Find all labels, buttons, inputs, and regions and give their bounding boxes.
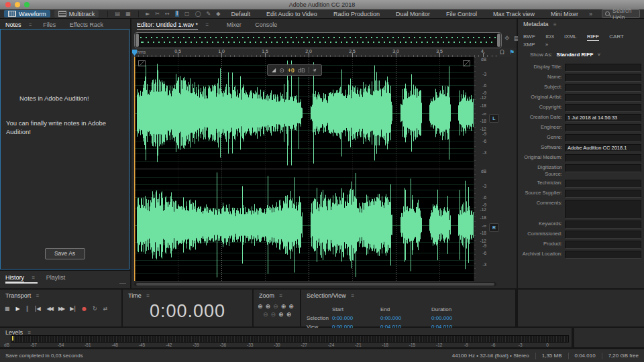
panel-menu-icon[interactable]: ≡ (351, 293, 354, 299)
field-input-commissioned[interactable] (565, 231, 641, 239)
right-channel-badge[interactable]: R (489, 223, 499, 232)
marquee-selection-tool-icon[interactable]: ▢ (184, 11, 190, 17)
tab-riff[interactable]: RIFF (587, 34, 599, 41)
panel-menu-icon[interactable]: ≡ (146, 293, 150, 299)
zoom-out-horizontal-button[interactable]: ⊖ (263, 311, 268, 318)
zoom-in-left-edge-button[interactable]: ⊕ (281, 303, 286, 310)
field-input-keywords[interactable] (565, 221, 641, 229)
workspace-radio-production[interactable]: Radio Production (333, 11, 380, 17)
zoom-out-button[interactable]: ⊖ (273, 303, 278, 310)
tab-bwf[interactable]: BWF (523, 34, 535, 40)
zoom-in-right-edge-button[interactable]: ⊕ (288, 303, 294, 310)
razor-tool-icon[interactable]: ✂ (155, 11, 160, 17)
selection-start-value[interactable]: 0:00.000 (332, 315, 353, 321)
rewind-button[interactable]: ◀◀ (47, 306, 52, 312)
tab-notes[interactable]: Notes (5, 20, 21, 29)
waveform-view-icon[interactable]: ▤ (115, 11, 121, 17)
pin-icon[interactable]: ⚑ (509, 49, 515, 56)
move-tool-icon[interactable]: ► (146, 11, 150, 17)
panel-menu-icon[interactable]: ≡ (553, 21, 557, 27)
field-input-original-medium[interactable] (565, 154, 641, 162)
field-input-archival-location[interactable] (565, 251, 641, 259)
workspace-overflow-chevrons[interactable]: » (589, 11, 592, 17)
show-as-select[interactable]: Standard RIFF (557, 52, 594, 58)
fast-forward-button[interactable]: ▶▶ (58, 306, 64, 312)
workspace-dual-monitor[interactable]: Dual Monitor (396, 11, 430, 17)
maximize-view-icon[interactable] (463, 60, 470, 66)
field-input-product[interactable] (565, 241, 641, 249)
left-channel-badge[interactable]: L (489, 114, 499, 123)
history-scrollbar[interactable] (119, 283, 126, 284)
paintbrush-tool-icon[interactable]: ✎ (207, 11, 211, 17)
selection-duration-value[interactable]: 0:00.000 (431, 315, 452, 321)
slip-tool-icon[interactable]: ↔ (165, 11, 170, 17)
panel-menu-icon[interactable]: ≡ (32, 275, 36, 281)
level-meter[interactable] (11, 335, 569, 343)
field-input-subject[interactable] (565, 84, 641, 92)
stop-button[interactable]: ■ (5, 306, 10, 312)
workspace-default[interactable]: Default (231, 11, 250, 17)
pause-button[interactable]: ‖ (26, 306, 29, 312)
workspace-edit-audio-to-video[interactable]: Edit Audio to Video (266, 11, 317, 17)
waveform-display[interactable] (134, 57, 474, 281)
gain-knob-icon[interactable]: ⊙ (279, 67, 284, 74)
field-input-software[interactable]: Adobe Audition CC 2018.1 (565, 144, 641, 152)
notes-editor[interactable]: Notes in Adobe Audition! You can finally… (0, 29, 129, 269)
horizontal-scrollbar-thumb[interactable] (136, 283, 494, 286)
tab-files[interactable]: Files (43, 20, 56, 29)
zoom-selection-right-button[interactable]: ⊕ (278, 311, 284, 318)
field-input-comments[interactable] (565, 200, 641, 219)
spectral-view-icon[interactable]: ▦ (125, 11, 131, 17)
field-input-creation-date[interactable]: 1 Jul 2018 at 14:56:33 (565, 114, 641, 122)
field-input-copyright[interactable] (565, 104, 641, 112)
timeline-ruler[interactable]: hms 0,51,01,52,02,53,03,54, (131, 48, 517, 57)
field-input-engineer[interactable] (565, 124, 641, 132)
tab-history[interactable]: History (5, 273, 24, 282)
tab-editor[interactable]: Editor: Untitled 1.wav * (137, 20, 198, 29)
tab-xmp[interactable]: XMP (523, 42, 535, 48)
hud-pin-icon[interactable]: ➤ (311, 66, 319, 74)
panel-menu-icon[interactable]: ≡ (280, 293, 283, 299)
tab-mixer[interactable]: Mixer (227, 20, 241, 29)
loop-playback-button[interactable]: ↻ (93, 306, 97, 312)
zoom-reset-button[interactable]: ⊖ (271, 311, 276, 318)
field-input-digitization-source[interactable] (565, 164, 641, 172)
waveform-button[interactable]: Waveform (4, 10, 50, 17)
gain-value[interactable]: +0 (288, 67, 294, 74)
workspace-mini-mixer[interactable]: Mini Mixer (551, 11, 578, 17)
field-input-genre[interactable] (565, 134, 641, 142)
lasso-selection-tool-icon[interactable]: ◯ (195, 11, 201, 17)
spot-healing-tool-icon[interactable]: ◆ (216, 11, 220, 17)
save-as-button[interactable]: Save As (45, 248, 85, 259)
search-help-box[interactable]: Search Help (602, 9, 640, 18)
field-input-source-supplier[interactable] (565, 190, 641, 198)
tab-ixml[interactable]: iXML (564, 34, 576, 40)
field-input-technician[interactable] (565, 180, 641, 188)
zoom-in-horizontal-button[interactable]: ⊕ (266, 303, 271, 310)
skip-to-start-button[interactable]: |◀ (35, 306, 41, 312)
panel-menu-icon[interactable]: ≡ (206, 22, 209, 28)
zoom-to-selection-button[interactable]: ⊕ (286, 311, 292, 318)
panel-menu-icon[interactable]: ≡ (36, 293, 40, 299)
tab-console[interactable]: Console (255, 20, 277, 29)
zoom-in-button[interactable]: ⊕ (258, 303, 263, 310)
tab-effects-rack[interactable]: Effects Rack (70, 20, 103, 29)
tab-cart[interactable]: CART (609, 34, 624, 40)
field-input-name[interactable] (565, 74, 641, 82)
field-input-original-artist[interactable] (565, 94, 641, 102)
overview-left-handle[interactable] (136, 34, 139, 47)
adjust-icon[interactable]: ✥ (504, 35, 510, 42)
record-button[interactable]: ● (82, 306, 87, 312)
workspace-file-control[interactable]: File Control (446, 11, 477, 17)
channel-options-icon[interactable] (138, 60, 146, 66)
overview-navigator[interactable] (134, 32, 502, 48)
time-selection-tool-icon[interactable]: I (175, 11, 179, 17)
tab-id3[interactable]: ID3 (545, 34, 553, 40)
horizontal-scrollbar[interactable] (134, 282, 496, 286)
overview-right-handle[interactable] (497, 34, 500, 47)
multitrack-button[interactable]: Multitrack (54, 10, 99, 17)
monitor-icon[interactable]: Ω (500, 49, 504, 56)
skip-selection-button[interactable]: ⇄ (103, 306, 108, 312)
selection-end-value[interactable]: 0:00.000 (380, 315, 401, 321)
panel-menu-icon[interactable]: ≡ (29, 22, 32, 28)
